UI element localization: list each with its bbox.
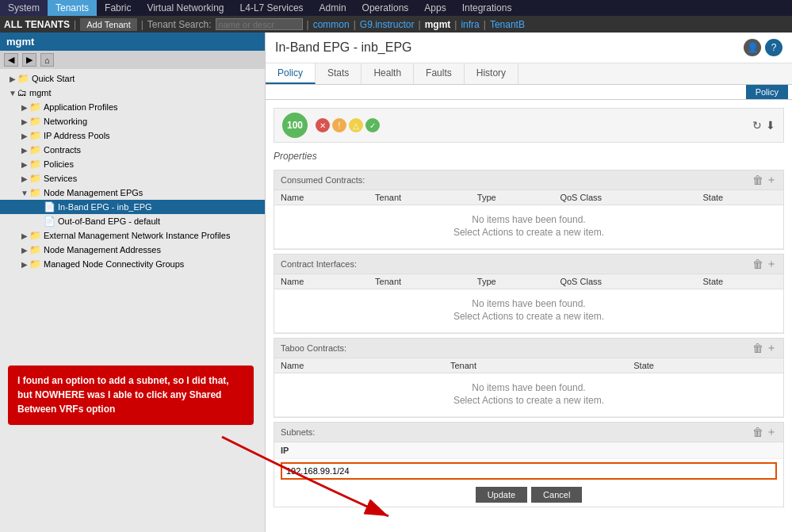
tab-policy[interactable]: Policy: [266, 63, 316, 84]
folder-icon: 📁: [29, 130, 41, 141]
toggle-icon: ▶: [20, 132, 29, 140]
tenant-link-g9[interactable]: G9.instructor: [360, 19, 415, 30]
tree-item-contracts[interactable]: ▶ 📁 Contracts: [0, 143, 265, 157]
tree-item-policies[interactable]: ▶ 📁 Policies: [0, 157, 265, 171]
toggle-icon: ▶: [20, 160, 29, 169]
status-minor: △: [349, 118, 363, 132]
toggle-icon: ▶: [20, 117, 29, 126]
sub-tab-policy[interactable]: Policy: [746, 85, 788, 99]
folder-icon: 📁: [29, 258, 41, 270]
section-actions: 🗑 ＋: [752, 425, 777, 439]
tenant-link-common[interactable]: common: [313, 19, 350, 30]
properties-label: Properties: [266, 147, 792, 166]
tree-item-ip-pools[interactable]: ▶ 📁 IP Address Pools: [0, 128, 265, 143]
add-tenant-button[interactable]: Add Tenant: [80, 18, 136, 31]
toggle-icon: ▼: [8, 89, 17, 98]
folder-icon: 📁: [17, 73, 29, 84]
status-ok: ✓: [365, 118, 380, 132]
contract-interfaces-section: Contract Interfaces: 🗑 ＋ Name Tenant Typ…: [274, 254, 784, 334]
refresh-btn[interactable]: ↻: [752, 119, 762, 132]
delete-interfaces-btn[interactable]: 🗑: [752, 257, 763, 271]
add-subnet-btn[interactable]: ＋: [766, 425, 777, 439]
tab-history[interactable]: History: [465, 63, 518, 84]
user-icon-btn[interactable]: 👤: [744, 39, 761, 56]
tab-health[interactable]: Health: [362, 63, 414, 84]
update-button[interactable]: Update: [476, 487, 527, 503]
tree: ▶ 📁 Quick Start ▼ 🗂 mgmt ▶ 📁 Application…: [0, 69, 265, 532]
tree-item-networking[interactable]: ▶ 📁 Networking: [0, 114, 265, 128]
taboo-contracts-header: Taboo Contracts: 🗑 ＋: [274, 339, 783, 358]
left-panel: mgmt ◀ ▶ ⌂ ▶ 📁 Quick Start ▼ 🗂 mgmt: [0, 33, 266, 532]
content-actions: ↻ ⬇: [752, 119, 775, 132]
tree-item-connectivity-groups[interactable]: ▶ 📁 Managed Node Connectivity Groups: [0, 257, 265, 271]
nav-tenants[interactable]: Tenants: [48, 0, 97, 16]
tree-item-ext-mgmt[interactable]: ▶ 📁 External Management Network Instance…: [0, 228, 265, 243]
folder-icon: 📁: [29, 230, 41, 241]
table-row: No items have been found. Select Actions…: [274, 373, 783, 417]
status-icons: ✕ ! △ ✓: [316, 118, 380, 132]
nav-virtual-networking[interactable]: Virtual Networking: [139, 0, 231, 16]
tenant-search-input[interactable]: [216, 18, 303, 30]
subnets-title: Subnets:: [281, 427, 315, 437]
nav-admin[interactable]: Admin: [312, 0, 354, 16]
tree-item-mgmt[interactable]: ▼ 🗂 mgmt: [0, 86, 265, 100]
nav-l4l7[interactable]: L4-L7 Services: [232, 0, 312, 16]
add-interfaces-btn[interactable]: ＋: [766, 257, 777, 271]
toggle-icon: ▶: [20, 146, 29, 155]
right-panel: In-Band EPG - inb_EPG 👤 ? Policy Stats H…: [266, 33, 792, 532]
subnets-header: Subnets: 🗑 ＋: [274, 423, 783, 442]
right-panel-header: In-Band EPG - inb_EPG 👤 ?: [266, 33, 792, 63]
consumed-contracts-table: Name Tenant Type QoS Class State No item…: [274, 190, 783, 249]
toolbar-btn-home[interactable]: ⌂: [40, 53, 54, 67]
page-title: In-Band EPG - inb_EPG: [275, 40, 412, 55]
toolbar-btn-left[interactable]: ◀: [4, 53, 18, 67]
col-state: State: [627, 358, 783, 373]
tenant-link-tenantb[interactable]: TenantB: [490, 19, 525, 30]
help-icon-btn[interactable]: ?: [765, 39, 782, 56]
tree-item-outofband-epg[interactable]: 📄 Out-of-Band EPG - default: [0, 214, 265, 228]
nav-apps[interactable]: Apps: [416, 0, 453, 16]
delete-taboo-btn[interactable]: 🗑: [752, 341, 763, 355]
tenant-link-infra[interactable]: infra: [461, 19, 479, 30]
delete-consumed-btn[interactable]: 🗑: [752, 173, 763, 187]
toolbar-btn-right[interactable]: ▶: [22, 53, 36, 67]
nav-integrations[interactable]: Integrations: [454, 0, 520, 16]
nav-operations[interactable]: Operations: [354, 0, 417, 16]
nav-system[interactable]: System: [0, 0, 48, 16]
score-badge: 100: [282, 113, 308, 138]
tree-item-inband-epg[interactable]: 📄 In-Band EPG - inb_EPG: [0, 200, 265, 214]
folder-icon: 🗂: [17, 87, 27, 98]
nav-fabric[interactable]: Fabric: [97, 0, 139, 16]
top-navigation: System Tenants Fabric Virtual Networking…: [0, 0, 792, 16]
tab-faults[interactable]: Faults: [414, 63, 465, 84]
col-qos: QoS Class: [553, 190, 696, 205]
toggle-icon: ▶: [8, 75, 17, 83]
subnet-ip-input[interactable]: [281, 462, 777, 480]
tab-stats[interactable]: Stats: [316, 63, 362, 84]
tree-item-quickstart[interactable]: ▶ 📁 Quick Start: [0, 71, 265, 86]
empty-message: No items have been found. Select Actions…: [281, 376, 777, 414]
subnets-section: Subnets: 🗑 ＋ IP Update Cancel: [274, 422, 784, 507]
download-btn[interactable]: ⬇: [766, 119, 775, 132]
toggle-icon: ▶: [20, 174, 29, 183]
consumed-contracts-header: Consumed Contracts: 🗑 ＋: [274, 170, 783, 190]
tenant-link-mgmt[interactable]: mgmt: [425, 19, 451, 30]
col-state: State: [697, 274, 784, 289]
folder-icon: 📁: [29, 144, 41, 155]
tree-item-node-mgmt-epgs[interactable]: ▼ 📁 Node Management EPGs: [0, 186, 265, 200]
tree-item-node-addresses[interactable]: ▶ 📁 Node Management Addresses: [0, 243, 265, 257]
empty-message: No items have been found. Select Actions…: [281, 292, 777, 330]
folder-icon: 📁: [29, 116, 41, 127]
delete-subnet-btn[interactable]: 🗑: [752, 425, 763, 439]
tree-item-app-profiles[interactable]: ▶ 📁 Application Profiles: [0, 100, 265, 114]
folder-icon: 📁: [29, 187, 41, 198]
tree-item-services[interactable]: ▶ 📁 Services: [0, 171, 265, 186]
add-taboo-btn[interactable]: ＋: [766, 341, 777, 355]
taboo-contracts-title: Taboo Contracts:: [281, 343, 346, 353]
cancel-button[interactable]: Cancel: [531, 487, 582, 503]
main-tabs: Policy Stats Health Faults History: [266, 63, 792, 85]
col-name: Name: [274, 274, 369, 289]
add-consumed-btn[interactable]: ＋: [766, 173, 777, 187]
all-tenants-link[interactable]: ALL TENANTS: [4, 19, 70, 30]
col-type: Type: [471, 190, 554, 205]
